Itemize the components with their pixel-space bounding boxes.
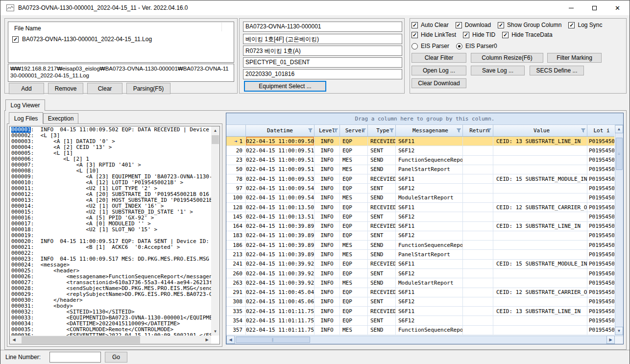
grid-scroll-up-icon[interactable]: ▲ (615, 125, 623, 133)
grid-cell[interactable]: INFO (315, 165, 340, 174)
grid-hscroll-thumb[interactable]: ∥ (236, 337, 310, 343)
grid-cell[interactable]: INFO (315, 316, 340, 325)
grid-cell[interactable]: 2022-04-15 11:00:39.892 (246, 250, 315, 259)
row-indicator-cell[interactable]: 241 (226, 260, 246, 269)
grid-cell[interactable]: P0195450 (587, 326, 614, 335)
column-header-lot-i[interactable]: Lot i (587, 125, 614, 137)
grid-cell[interactable]: RECEVIED (368, 203, 396, 212)
grid-cell[interactable]: INFO (315, 241, 340, 250)
table-row[interactable]: 2412022-04-15 11:00:39.924INFOEQPRECEVIE… (226, 260, 614, 269)
go-button[interactable]: Go (105, 352, 127, 363)
table-row[interactable]: 1452022-04-15 11:00:13.517INFOEQPSENTS6F… (226, 212, 614, 221)
grid-cell[interactable]: CEID: 12 SUBSTRATE_CARRIER_OUT (493, 203, 587, 212)
grid-cell[interactable] (463, 250, 493, 259)
grid-cell[interactable]: EQP (340, 297, 368, 307)
checkbox-item[interactable]: ✓Hide LinkTest (412, 31, 456, 38)
checkbox-icon[interactable]: ✓ (502, 32, 509, 38)
grid-cell[interactable]: S6F11 (396, 203, 463, 212)
grid-cell[interactable]: P0195450 (587, 297, 614, 307)
grid-cell[interactable]: S6F12 (396, 184, 463, 193)
file-checkbox[interactable]: ✓ (12, 36, 19, 43)
grid-cell[interactable]: P0195450 (587, 156, 614, 165)
checkbox-icon[interactable]: ✓ (498, 22, 504, 28)
grid-cell[interactable]: 2022-04-15 11:00:39.924 (246, 278, 315, 288)
filter-funnel-icon[interactable] (457, 128, 461, 133)
row-indicator-cell[interactable]: 308 (226, 297, 246, 307)
grid-cell[interactable]: INFO (315, 231, 340, 241)
grid-cell[interactable]: SEND (368, 326, 396, 335)
table-row[interactable]: 3572022-04-15 11:01:11.756INFOMESSENDFun… (226, 326, 614, 335)
table-row[interactable]: 502022-04-15 11:00:09.517INFOMESSENDPane… (226, 165, 614, 174)
log-vscroll-thumb[interactable] (212, 135, 219, 144)
grid-cell[interactable]: P0195450 (587, 288, 614, 297)
row-indicator-cell[interactable]: 164 (226, 222, 246, 231)
grid-cell[interactable] (493, 231, 587, 241)
tab-exception[interactable]: Execption (43, 113, 78, 124)
grid-cell[interactable] (493, 297, 587, 307)
grid-cell[interactable]: P0195450 (587, 231, 614, 241)
grid-cell[interactable]: P0195450 (587, 278, 614, 288)
grid-cell[interactable] (463, 269, 493, 278)
grid-cell[interactable] (493, 165, 587, 174)
radio-item[interactable]: EIS Parser0 (456, 43, 497, 49)
grid-cell[interactable]: INFO (315, 184, 340, 193)
grid-cell[interactable]: S6F11 (396, 307, 463, 316)
grid-cell[interactable]: P0195450 (587, 241, 614, 250)
table-row[interactable]: 232022-04-15 11:00:09.517INFOMESSENDFunc… (226, 156, 614, 165)
grid-cell[interactable] (493, 269, 587, 278)
filter-marking-button[interactable]: Filter Marking (547, 53, 602, 63)
grid-cell[interactable] (463, 316, 493, 325)
open-log-button[interactable]: Open Log ... (412, 66, 466, 75)
log-vertical-scrollbar[interactable]: ▲ ▼ (211, 126, 219, 336)
grid-cell[interactable]: P0195450 (587, 184, 614, 193)
table-row[interactable]: ➜12022-04-15 11:00:09.502INFOEQPRECEVIED… (226, 137, 614, 146)
grid-cell[interactable]: SENT (368, 184, 396, 193)
grid-cell[interactable]: 2022-04-15 11:00:39.924 (246, 260, 315, 269)
grid-cell[interactable]: EQP (340, 260, 368, 269)
grid-cell[interactable]: SENT (368, 269, 396, 278)
filter-funnel-icon[interactable] (334, 128, 338, 133)
filter-funnel-icon[interactable] (308, 128, 313, 133)
grid-cell[interactable]: EQP (340, 203, 368, 212)
grid-cell[interactable]: INFO (315, 278, 340, 288)
grid-cell[interactable]: CEID: 13 SUBSTRATE_LINE_IN (493, 137, 587, 146)
grid-cell[interactable]: P0195450 (587, 146, 614, 155)
grid-cell[interactable]: S6F11 (396, 260, 463, 269)
checkbox-item[interactable]: ✓Hide TID (463, 31, 495, 38)
grid-cell[interactable]: CEID: 15 SUBSTRATE_MODULE_IN (493, 260, 587, 269)
grid-cell[interactable] (493, 156, 587, 165)
grid-cell[interactable]: MES (340, 250, 368, 259)
grid-cell[interactable]: P0195450 (587, 222, 614, 231)
grid-cell[interactable]: P0195450 (587, 316, 614, 325)
remove-button[interactable]: Remove (48, 83, 83, 94)
clear-filter-button[interactable]: Clear Filter (412, 53, 466, 63)
grid-cell[interactable]: S6F12 (396, 316, 463, 325)
grid-cell[interactable]: RECEVIED (368, 137, 396, 146)
checkbox-icon[interactable]: ✓ (412, 32, 418, 38)
grid-cell[interactable]: FunctionSequenceReport (396, 156, 463, 165)
grid-cell[interactable]: SENT (368, 231, 396, 241)
column-header-return[interactable]: Return (463, 125, 493, 137)
grid-cell[interactable]: 2022-04-15 11:00:13.502 (246, 203, 315, 212)
line-number-input[interactable] (49, 352, 101, 363)
grid-cell[interactable] (463, 156, 493, 165)
grid-cell[interactable]: P0195450 (587, 307, 614, 316)
grid-cell[interactable]: PanelStartReport (396, 250, 463, 259)
grid-cell[interactable]: 2022-04-15 11:00:39.892 (246, 222, 315, 231)
grid-cell[interactable]: P0195450 (587, 137, 614, 146)
scroll-left-icon[interactable]: ◀ (10, 336, 18, 344)
radio-icon[interactable] (412, 43, 418, 49)
row-indicator-cell[interactable]: 20 (226, 146, 246, 155)
grid-cell[interactable]: P0195450 (587, 250, 614, 259)
grid-cell[interactable] (493, 326, 587, 335)
scroll-up-icon[interactable]: ▲ (211, 126, 219, 135)
row-indicator-cell[interactable]: 260 (226, 269, 246, 278)
grid-cell[interactable]: S6F11 (396, 137, 463, 146)
grid-cell[interactable]: 2022-04-15 11:00:13.517 (246, 212, 315, 221)
grid-vertical-scrollbar[interactable]: ▲ ≡ ▼ (615, 125, 623, 335)
equipment-alias-field[interactable]: R0723 베이킹 1호(A) (243, 46, 402, 56)
grid-cell[interactable] (493, 146, 587, 155)
grid-cell[interactable]: SEND (368, 278, 396, 288)
grid-cell[interactable] (493, 241, 587, 250)
table-row[interactable]: 1642022-04-15 11:00:39.892INFOEQPRECEVIE… (226, 222, 614, 231)
